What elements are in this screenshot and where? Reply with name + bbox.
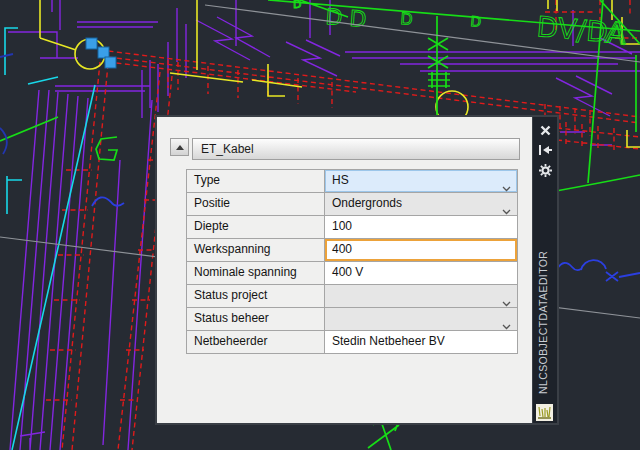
category-header[interactable]: ET_Kabel [192,138,520,160]
property-label-status-project: Status project [187,285,325,307]
triangle-up-icon [176,145,184,150]
palette-title-bar: NLCSOBJECTDATAEDITOR [533,117,557,423]
collapse-category-button[interactable] [170,138,189,156]
grip-square[interactable] [105,57,116,68]
chevron-down-icon [502,201,511,215]
palette-title-text: NLCSOBJECTDATAEDITOR [537,251,549,394]
property-row-status-project: Status project [187,285,517,308]
property-value-positie-text: Ondergronds [332,196,402,210]
property-value-status-beheer[interactable] [325,308,517,330]
properties-button[interactable] [533,161,557,179]
property-value-werkspanning-text: 400 [332,242,352,256]
property-row-nominale-spanning: Nominale spanning400 V [187,262,517,285]
cad-annotation-text: D [293,0,301,11]
property-label-werkspanning: Werkspanning [187,239,325,261]
grip-square[interactable] [98,47,109,58]
nlcs-object-data-editor-palette: ET_Kabel TypeHSPositieOndergrondsDiepte1… [155,115,559,425]
cad-annotation-text: D [470,13,482,30]
property-value-werkspanning[interactable]: 400 [325,239,517,261]
nlcs-logo-icon [536,404,553,421]
application-window: D D D DV/DA D A D [0,0,640,450]
chevron-down-icon [502,178,511,192]
property-table: TypeHSPositieOndergrondsDiepte100Werkspa… [186,169,518,354]
cad-annotation-text: D D [325,4,368,32]
property-row-werkspanning: Werkspanning400 [187,239,517,262]
auto-hide-button[interactable] [533,141,557,159]
pin-icon [538,143,553,157]
property-row-status-beheer: Status beheer [187,308,517,331]
close-icon [540,125,551,136]
property-label-status-beheer: Status beheer [187,308,325,330]
chevron-down-icon [502,316,511,330]
chevron-down-icon [502,293,511,307]
property-row-positie: PositieOndergronds [187,193,517,216]
property-value-status-project[interactable] [325,285,517,307]
property-value-diepte[interactable]: 100 [325,216,517,238]
gear-icon [539,164,552,177]
property-panel: ET_Kabel TypeHSPositieOndergrondsDiepte1… [157,117,532,423]
property-value-nominale-spanning[interactable]: 400 V [325,262,517,284]
property-label-diepte: Diepte [187,216,325,238]
property-row-diepte: Diepte100 [187,216,517,239]
nlcs-logo [536,404,553,421]
cad-annotation-text: D [400,9,414,29]
property-label-type: Type [187,170,325,192]
property-value-type[interactable]: HS [325,170,517,192]
category-title: ET_Kabel [201,142,254,156]
property-value-netbeheerder[interactable]: Stedin Netbeheer BV [325,331,517,353]
property-label-positie: Positie [187,193,325,215]
property-value-nominale-spanning-text: 400 V [332,265,363,279]
property-value-positie[interactable]: Ondergronds [325,193,517,215]
property-value-diepte-text: 100 [332,219,352,233]
grip-square[interactable] [86,38,97,49]
property-row-type: TypeHS [187,170,517,193]
close-button[interactable] [533,121,557,139]
property-label-netbeheerder: Netbeheerder [187,331,325,353]
property-value-type-text: HS [332,173,349,187]
property-row-netbeheerder: NetbeheerderStedin Netbeheer BV [187,331,517,353]
green-annotation-glyphs: D D D DV/DA D A D [293,0,629,52]
property-label-nominale-spanning: Nominale spanning [187,262,325,284]
property-value-netbeheerder-text: Stedin Netbeheer BV [332,334,445,348]
